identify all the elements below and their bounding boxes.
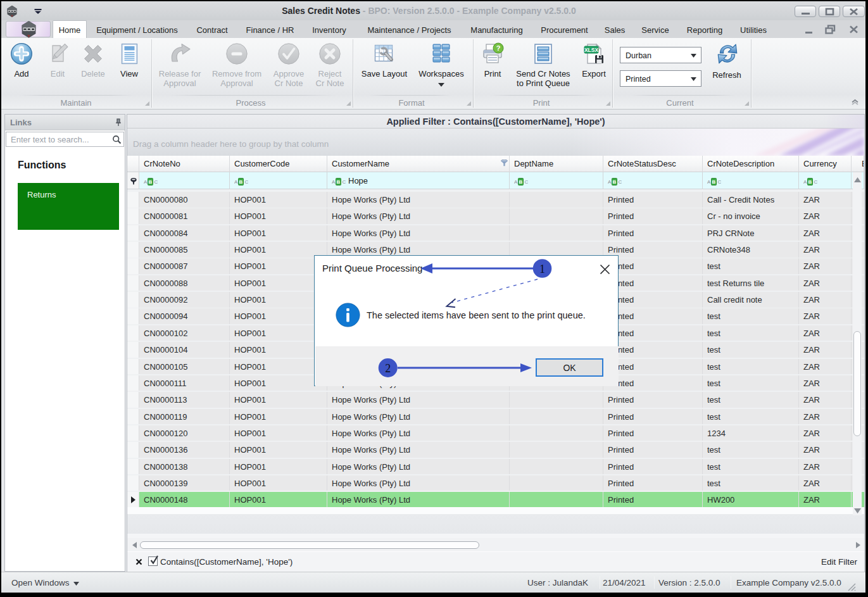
svg-text:1: 1 [539, 263, 545, 275]
svg-text:2: 2 [385, 362, 391, 375]
